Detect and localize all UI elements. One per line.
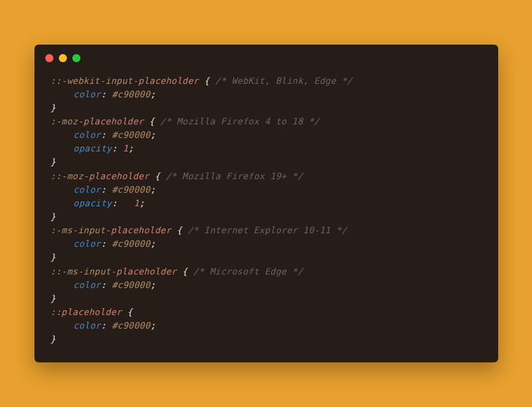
semicolon: ; — [150, 239, 155, 249]
close-brace: } — [51, 212, 56, 222]
value: #c90000 — [112, 89, 150, 99]
code-line: ::-ms-input-placeholder { /* Microsoft E… — [51, 265, 482, 279]
colon: : — [101, 320, 112, 331]
code-line: } — [51, 251, 482, 264]
colon: : — [101, 185, 112, 195]
close-brace: } — [51, 157, 56, 167]
selector-name: placeholder — [83, 116, 143, 126]
code-line: color: #c90000; — [51, 128, 482, 142]
code-line: color: #c90000; — [51, 279, 482, 292]
code-line: ::-webkit-input-placeholder { /* WebKit,… — [51, 74, 482, 88]
code-line: } — [51, 210, 482, 224]
semicolon: ; — [150, 280, 155, 290]
comment: /* WebKit, Blink, Edge */ — [210, 76, 352, 86]
value: #c90000 — [112, 320, 150, 331]
code-line: opacity: 1; — [51, 142, 482, 155]
code-line: color: #c90000; — [51, 183, 482, 197]
code-block: ::-webkit-input-placeholder { /* WebKit,… — [34, 66, 498, 363]
property: color — [74, 320, 101, 331]
selector-prefix: ::-moz- — [51, 171, 89, 181]
value: #c90000 — [112, 185, 150, 195]
selector-name: placeholder — [111, 225, 171, 235]
value: #c90000 — [112, 130, 150, 140]
open-brace: { — [176, 266, 187, 277]
property: opacity — [74, 143, 112, 153]
code-line: opacity: 1; — [51, 197, 482, 210]
code-line: } — [51, 333, 482, 346]
property: color — [74, 130, 101, 140]
property: color — [74, 89, 101, 99]
selector-prefix: ::-ms-input- — [51, 266, 117, 277]
comment: /* Microsoft Edge */ — [188, 266, 304, 277]
close-brace: } — [51, 293, 56, 304]
code-line: } — [51, 292, 482, 306]
maximize-icon[interactable] — [72, 54, 80, 62]
property: color — [74, 280, 101, 290]
open-brace: { — [144, 116, 155, 126]
selector-prefix: ::-webkit-input- — [51, 76, 139, 86]
open-brace: { — [171, 225, 182, 235]
code-line: ::-moz-placeholder { /* Mozilla Firefox … — [51, 170, 482, 183]
selector-prefix: :-ms-input- — [51, 225, 111, 235]
property: color — [74, 185, 101, 195]
selector-name: placeholder — [62, 307, 122, 317]
value: 1 — [134, 198, 139, 208]
property: color — [74, 239, 101, 249]
comment: /* Internet Explorer 10-11 */ — [183, 225, 347, 235]
selector-prefix: :: — [51, 307, 62, 317]
semicolon: ; — [150, 185, 155, 195]
code-line: ::placeholder { — [51, 306, 482, 319]
selector-name: placeholder — [139, 76, 199, 86]
window-titlebar — [34, 45, 498, 66]
close-brace: } — [51, 252, 56, 262]
semicolon: ; — [150, 320, 155, 331]
colon: : — [101, 130, 112, 140]
code-window: ::-webkit-input-placeholder { /* WebKit,… — [34, 45, 498, 363]
selector-name: placeholder — [89, 171, 149, 181]
semicolon: ; — [150, 89, 155, 99]
open-brace: { — [122, 307, 132, 317]
semicolon: ; — [150, 130, 155, 140]
close-brace: } — [51, 103, 56, 113]
semicolon: ; — [139, 198, 145, 208]
colon: : — [101, 239, 112, 249]
colon: : — [112, 143, 122, 153]
selector-name: placeholder — [116, 266, 176, 277]
open-brace: { — [199, 76, 210, 86]
open-brace: { — [149, 171, 160, 181]
comment: /* Mozilla Firefox 4 to 18 */ — [155, 116, 320, 126]
value: 1 — [123, 143, 128, 153]
colon: : — [112, 198, 134, 208]
colon: : — [101, 280, 112, 290]
value: #c90000 — [112, 280, 150, 290]
close-icon[interactable] — [45, 54, 53, 62]
code-line: } — [51, 101, 482, 115]
minimize-icon[interactable] — [59, 54, 67, 62]
code-line: color: #c90000; — [51, 237, 482, 251]
selector-prefix: :-moz- — [51, 116, 84, 126]
comment: /* Mozilla Firefox 19+ */ — [160, 171, 303, 181]
code-line: color: #c90000; — [51, 319, 482, 333]
code-line: :-moz-placeholder { /* Mozilla Firefox 4… — [51, 115, 482, 128]
semicolon: ; — [128, 143, 134, 153]
close-brace: } — [51, 334, 56, 344]
property: opacity — [74, 198, 112, 208]
code-line: color: #c90000; — [51, 88, 482, 101]
code-line: :-ms-input-placeholder { /* Internet Exp… — [51, 224, 482, 237]
code-line: } — [51, 155, 482, 169]
colon: : — [101, 89, 112, 99]
value: #c90000 — [112, 239, 150, 249]
